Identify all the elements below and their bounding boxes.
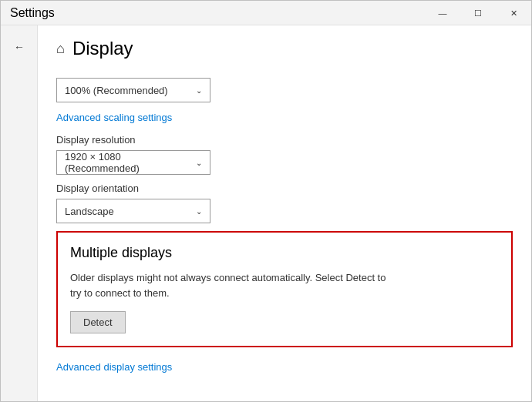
scaling-dropdown[interactable]: 100% (Recommended) ⌄ — [56, 78, 210, 102]
close-button[interactable]: ✕ — [496, 1, 531, 25]
titlebar-left: Settings — [10, 6, 55, 20]
multiple-displays-heading: Multiple displays — [70, 245, 499, 261]
nav-area: ← — [1, 25, 38, 401]
multiple-displays-section: Multiple displays Older displays might n… — [56, 231, 513, 347]
orientation-dropdown-value: Landscape — [65, 206, 114, 217]
page-title: Display — [72, 38, 133, 59]
orientation-chevron-icon: ⌄ — [196, 207, 202, 216]
advanced-display-link[interactable]: Advanced display settings — [56, 361, 172, 373]
orientation-dropdown[interactable]: Landscape ⌄ — [56, 199, 210, 223]
home-icon: ⌂ — [56, 41, 65, 57]
resolution-label: Display resolution — [56, 134, 513, 146]
detect-button[interactable]: Detect — [70, 311, 126, 333]
scaling-chevron-icon: ⌄ — [196, 86, 202, 95]
titlebar-title: Settings — [10, 6, 55, 20]
resolution-chevron-icon: ⌄ — [196, 159, 202, 167]
page-header: ⌂ Display — [56, 38, 513, 65]
back-icon: ← — [14, 41, 25, 53]
resolution-dropdown[interactable]: 1920 × 1080 (Recommended) ⌄ — [56, 150, 210, 175]
titlebar: Settings — ☐ ✕ — [1, 1, 531, 25]
scaling-dropdown-value: 100% (Recommended) — [65, 85, 168, 96]
resolution-dropdown-value: 1920 × 1080 (Recommended) — [65, 151, 196, 174]
minimize-button[interactable]: — — [425, 1, 460, 25]
back-button[interactable]: ← — [1, 32, 38, 62]
settings-window: Settings — ☐ ✕ ← ⌂ Display 100% (Recomme… — [0, 0, 532, 402]
titlebar-controls: — ☐ ✕ — [425, 1, 531, 25]
multiple-displays-description: Older displays might not always connect … — [70, 270, 394, 300]
maximize-button[interactable]: ☐ — [460, 1, 496, 25]
main-content: ⌂ Display 100% (Recommended) ⌄ Advanced … — [38, 25, 531, 401]
orientation-label: Display orientation — [56, 183, 513, 194]
content-area: ← ⌂ Display 100% (Recommended) ⌄ Advance… — [1, 25, 531, 401]
advanced-scaling-link[interactable]: Advanced scaling settings — [56, 112, 172, 123]
